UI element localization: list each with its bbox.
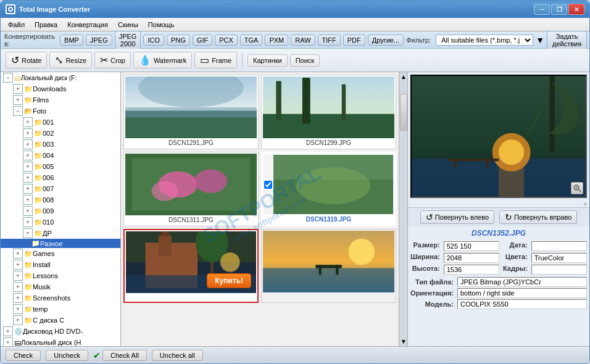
scroll-down-button[interactable]: ▼ xyxy=(399,337,407,346)
format-tiff[interactable]: TIFF xyxy=(318,35,341,46)
thumbnails-button[interactable]: Картинки xyxy=(247,54,288,67)
preview-zoom-button[interactable] xyxy=(571,182,583,194)
uncheck-all-button[interactable]: Uncheck all xyxy=(152,350,203,361)
format-jpeg[interactable]: JPEG xyxy=(86,35,112,46)
expander-icon[interactable]: + xyxy=(13,271,23,281)
menu-edit[interactable]: Правка xyxy=(30,20,62,30)
scroll-thumb[interactable] xyxy=(400,94,407,131)
set-actions-button[interactable]: Задать действия xyxy=(547,31,587,49)
expander-icon[interactable]: + xyxy=(23,184,33,194)
sidebar-item-temp[interactable]: + 📁 temp xyxy=(1,304,120,315)
gallery-item-6[interactable] xyxy=(261,229,396,303)
sidebar-item-musik[interactable]: + 📁 Musik xyxy=(1,281,120,292)
sidebar-item-root-drive[interactable]: − 🖴 Локальный диск (F: xyxy=(1,72,120,83)
sidebar-item-dvd[interactable]: + 💿 Дисковод HD DVD- xyxy=(1,326,120,337)
sidebar-item-install[interactable]: + 📁 Install xyxy=(1,259,120,270)
expander-icon[interactable]: + xyxy=(23,206,33,216)
expander-icon[interactable]: + xyxy=(3,326,13,336)
format-others[interactable]: Другие... xyxy=(368,35,404,46)
sidebar-item-raznoe[interactable]: 📁 Разное xyxy=(1,239,120,248)
expander-icon[interactable]: − xyxy=(13,106,23,116)
menu-file[interactable]: Файл xyxy=(3,20,30,30)
scroll-up-button[interactable]: ▲ xyxy=(399,72,407,81)
expander-icon[interactable]: + xyxy=(13,315,23,325)
format-pcx[interactable]: PCX xyxy=(215,35,238,46)
sidebar-item-009[interactable]: + 📁 009 xyxy=(1,205,120,217)
filter-dropdown-icon[interactable]: ▼ xyxy=(536,35,544,45)
menu-skins[interactable]: Скины xyxy=(113,20,143,30)
gallery-scrollbar[interactable]: ▲ ▼ xyxy=(399,72,407,346)
expander-icon[interactable]: + xyxy=(23,217,33,227)
buy-button[interactable]: Купить! xyxy=(207,273,251,288)
sidebar-item-004[interactable]: + 📁 004 xyxy=(1,150,120,161)
check-all-button[interactable]: Check All xyxy=(102,350,147,361)
format-raw[interactable]: RAW xyxy=(291,35,315,46)
menu-help[interactable]: Помощь xyxy=(143,20,180,30)
expander-icon[interactable]: − xyxy=(3,73,13,83)
menu-convert[interactable]: Конвертация xyxy=(62,20,113,30)
gallery-item-2[interactable]: DSCN1299.JPG xyxy=(261,75,396,149)
format-bmp[interactable]: BMP xyxy=(60,35,83,46)
expander-icon[interactable]: + xyxy=(23,173,33,183)
gallery-item-1[interactable]: DSCN1291.JPG xyxy=(123,75,259,149)
expander-icon[interactable]: + xyxy=(23,162,33,172)
filter-select[interactable]: All suitable files (*.bmp, *.j xyxy=(436,35,533,46)
sidebar-item-diskc[interactable]: + 📁 С диска С xyxy=(1,315,120,326)
resize-tool-button[interactable]: ⤡ Resize xyxy=(49,52,92,68)
expander-icon[interactable]: + xyxy=(23,228,33,238)
format-pdf[interactable]: PDF xyxy=(343,35,365,46)
close-button[interactable]: ✕ xyxy=(568,4,584,15)
expander-icon[interactable]: + xyxy=(13,304,23,314)
rotate-right-button[interactable]: ↻ Повернуть вправо xyxy=(499,210,577,224)
rotate-left-button[interactable]: ↺ Повернуть влево xyxy=(420,210,494,224)
sidebar-item-dr[interactable]: + 📁 ДР xyxy=(1,228,120,239)
sidebar-item-002[interactable]: + 📁 002 xyxy=(1,128,120,139)
gallery-item-4[interactable]: DSCN1319.JPG xyxy=(261,152,396,226)
sidebar-item-games[interactable]: + 📁 Games xyxy=(1,248,120,259)
watermark-tool-button[interactable]: 💧 Watermark xyxy=(133,52,192,68)
expander-icon[interactable]: + xyxy=(13,293,23,303)
sidebar-item-006[interactable]: + 📁 006 xyxy=(1,172,120,183)
rotate-tool-button[interactable]: ↺ Rotate xyxy=(6,52,47,68)
expander-icon[interactable]: + xyxy=(23,139,33,149)
format-gif[interactable]: GIF xyxy=(193,35,212,46)
search-button[interactable]: Поиск xyxy=(290,54,320,67)
gallery-item-3[interactable]: DSCN1311.JPG xyxy=(123,152,259,226)
format-tga[interactable]: TGA xyxy=(240,35,263,46)
expander-icon[interactable]: + xyxy=(13,84,23,94)
sidebar-item-008[interactable]: + 📁 008 xyxy=(1,194,120,205)
expander-icon[interactable]: + xyxy=(23,195,33,205)
sidebar-item-010[interactable]: + 📁 010 xyxy=(1,217,120,228)
sidebar-item-diskh[interactable]: + 🖴 Локальный диск (H xyxy=(1,337,120,346)
restore-button[interactable]: ❐ xyxy=(551,4,567,15)
preview-expand-button[interactable]: » xyxy=(408,201,589,207)
expander-icon[interactable]: + xyxy=(23,117,33,127)
sidebar-item-films[interactable]: + 📁 Films xyxy=(1,94,120,105)
format-ico[interactable]: ICO xyxy=(143,35,164,46)
frame-tool-button[interactable]: ▭ Frame xyxy=(194,52,237,68)
expander-icon[interactable]: + xyxy=(3,337,13,346)
expander-icon[interactable]: + xyxy=(23,151,33,160)
gallery-checkbox-4[interactable] xyxy=(264,181,272,189)
sidebar-item-003[interactable]: + 📁 003 xyxy=(1,139,120,150)
crop-tool-button[interactable]: ✂ Crop xyxy=(94,52,131,68)
sidebar-item-screenshots[interactable]: + 📁 Screenshots xyxy=(1,292,120,304)
sidebar-item-007[interactable]: + 📁 007 xyxy=(1,183,120,194)
format-png[interactable]: PNG xyxy=(167,35,190,46)
expander-icon[interactable]: + xyxy=(13,282,23,292)
sidebar-item-downloads[interactable]: + 📁 Downloads xyxy=(1,83,120,94)
expander-icon[interactable]: + xyxy=(23,128,33,138)
check-button[interactable]: Check xyxy=(6,350,41,361)
format-pxm[interactable]: PXM xyxy=(265,35,288,46)
expander-icon[interactable]: + xyxy=(13,249,23,259)
sidebar-item-foto[interactable]: − 📂 Foto xyxy=(1,105,120,117)
sidebar-item-005[interactable]: + 📁 005 xyxy=(1,161,120,172)
minimize-button[interactable]: ─ xyxy=(534,4,550,15)
sidebar-item-lessons[interactable]: + 📁 Lessons xyxy=(1,270,120,281)
gallery-item-5[interactable]: Купить! xyxy=(123,229,259,303)
expander-icon[interactable]: + xyxy=(13,260,23,270)
uncheck-button[interactable]: Uncheck xyxy=(46,350,88,361)
sidebar-item-001[interactable]: + 📁 001 xyxy=(1,117,120,128)
format-jpeg2000[interactable]: JPEG 2000 xyxy=(115,31,141,49)
expander-icon[interactable]: + xyxy=(13,95,23,105)
